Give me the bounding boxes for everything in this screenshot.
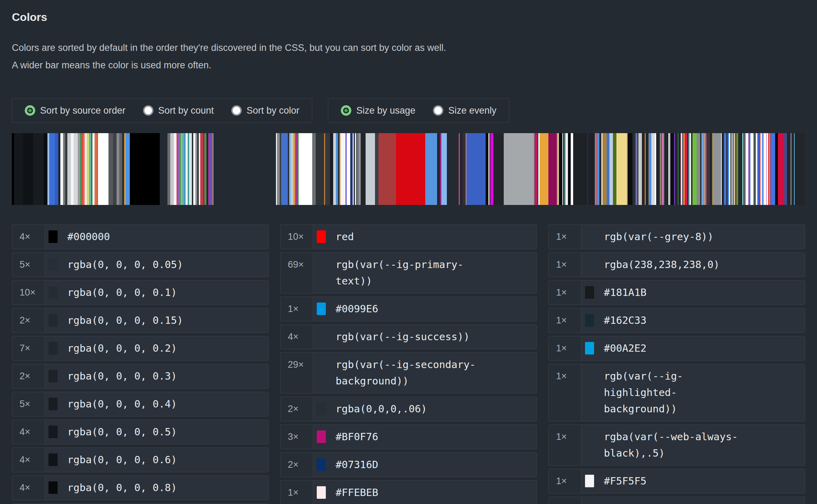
color-value: rgba(0, 0, 0, 0.2) <box>67 340 211 357</box>
color-column-3: 1×rgb(var(--grey-8))1×rgba(238,238,238,0… <box>548 224 805 504</box>
color-stripe <box>771 133 775 205</box>
color-value-cell: rgba(0, 0, 0, 0.5) <box>45 420 268 444</box>
color-value-cell: rgba(0, 0, 0, 0.4) <box>45 392 268 416</box>
color-stripe <box>613 133 616 205</box>
color-stripe <box>170 133 174 205</box>
radio-unselected-icon[interactable] <box>143 105 153 116</box>
color-row: 1×#162C33 <box>548 308 805 333</box>
color-stripe <box>706 133 710 205</box>
color-stripe <box>713 133 721 205</box>
color-stripe <box>312 133 316 205</box>
color-count: 4× <box>12 448 45 472</box>
color-stripe <box>616 133 627 205</box>
color-stripe <box>447 133 458 205</box>
controls-row: Sort by source orderSort by countSort by… <box>12 98 805 123</box>
color-stripe <box>792 133 794 205</box>
color-stripe <box>632 133 635 205</box>
color-value: #BF0F76 <box>336 429 479 445</box>
color-value: #F5F5F5 <box>604 473 748 489</box>
color-stripe <box>299 133 312 205</box>
color-value: #000000 <box>67 229 211 245</box>
color-swatch <box>48 286 58 299</box>
color-swatch <box>317 486 326 499</box>
color-stripe <box>795 133 805 205</box>
color-stripe <box>460 133 463 205</box>
color-count: 2× <box>280 453 313 477</box>
radio-unselected-icon[interactable] <box>433 105 443 116</box>
color-swatch <box>48 426 58 438</box>
color-stripe <box>437 133 440 205</box>
color-swatch <box>585 370 594 382</box>
color-swatch <box>585 342 594 354</box>
color-stripe <box>281 133 288 205</box>
color-value-cell: #BF0F76 <box>313 425 537 449</box>
color-swatch <box>48 481 58 494</box>
color-row: 1×#00A2E2 <box>548 336 805 361</box>
color-stripe <box>117 133 119 205</box>
color-count: 10× <box>12 281 45 305</box>
color-stripe <box>49 133 55 205</box>
radio-option-size-by-usage[interactable]: Size by usage <box>341 105 415 116</box>
color-stripe <box>486 133 488 205</box>
color-stripe <box>602 133 607 205</box>
color-value-cell: #F5F5F5 <box>582 469 805 493</box>
color-stripe <box>396 133 426 205</box>
color-stripe <box>44 133 48 205</box>
color-swatch <box>317 430 326 443</box>
color-row: 5×rgba(0, 0, 0, 0.4) <box>12 392 269 417</box>
radio-selected-icon[interactable] <box>341 105 351 116</box>
color-stripe <box>375 133 378 205</box>
radio-option-sort-by-source-order[interactable]: Sort by source order <box>25 105 126 116</box>
color-value-cell: rgba(238,238,238,0) <box>582 253 805 277</box>
color-value: #0099E6 <box>336 301 479 317</box>
color-count: 4× <box>12 476 45 500</box>
color-stripe <box>651 133 655 205</box>
color-value-cell: #07316D <box>313 453 537 477</box>
color-row: 1×#F5F5F5 <box>548 469 805 494</box>
color-stripe <box>200 133 203 205</box>
color-stripe <box>692 133 697 205</box>
color-value-cell: rgba(0, 0, 0, 0.3) <box>45 364 268 388</box>
page-description: Colors are sorted by default in the orde… <box>12 39 805 74</box>
color-value: #162C33 <box>604 312 748 329</box>
color-stripe <box>189 133 192 205</box>
color-row: 10×rgba(0, 0, 0, 0.1) <box>12 280 269 305</box>
color-stripe <box>71 133 74 205</box>
radio-option-label: Size evenly <box>448 105 496 116</box>
radio-option-size-evenly[interactable]: Size evenly <box>433 105 496 116</box>
color-value: rgba(0, 0, 0, 0.8) <box>67 480 211 496</box>
color-row: 1×rgb(var(--grey-8)) <box>548 224 805 249</box>
color-swatch <box>317 330 326 343</box>
radio-unselected-icon[interactable] <box>231 105 242 116</box>
color-count: 2× <box>280 397 313 421</box>
color-stripe <box>684 133 687 205</box>
color-swatch <box>585 475 594 487</box>
color-stripe <box>167 133 170 205</box>
color-value-cell: #0099E6 <box>313 297 537 321</box>
color-count: 1× <box>549 425 582 465</box>
color-row: 4×#000000 <box>12 224 269 249</box>
radio-option-label: Sort by count <box>158 105 214 116</box>
color-stripe <box>493 133 504 205</box>
color-swatch <box>317 230 326 243</box>
color-value: rgb(var(--ig-secondary-background)) <box>336 357 479 389</box>
color-swatch <box>48 258 58 271</box>
color-count: 2× <box>12 364 45 388</box>
radio-selected-icon[interactable] <box>25 105 35 116</box>
color-count: 1× <box>549 364 582 421</box>
color-swatch <box>585 230 594 243</box>
color-count: 4× <box>280 325 313 349</box>
radio-option-sort-by-color[interactable]: Sort by color <box>231 105 300 116</box>
color-row: 1×#181A1B <box>548 280 805 305</box>
color-row: 1×rgba(var(--web-always-black),.5) <box>548 425 805 466</box>
color-stripe <box>675 133 678 205</box>
color-swatch <box>585 314 594 327</box>
color-stripe <box>330 133 333 205</box>
color-row: 2×rgba(0,0,0,.06) <box>280 397 537 421</box>
color-stripe <box>490 133 493 205</box>
color-value-cell: #FFEBEB <box>313 481 537 504</box>
radio-option-sort-by-count[interactable]: Sort by count <box>143 105 214 116</box>
color-count: 1× <box>549 253 582 277</box>
color-row: 1×rgba(238,238,238,0) <box>548 252 805 277</box>
color-value-cell: rgba(0, 0, 0, 0.1) <box>45 281 268 305</box>
